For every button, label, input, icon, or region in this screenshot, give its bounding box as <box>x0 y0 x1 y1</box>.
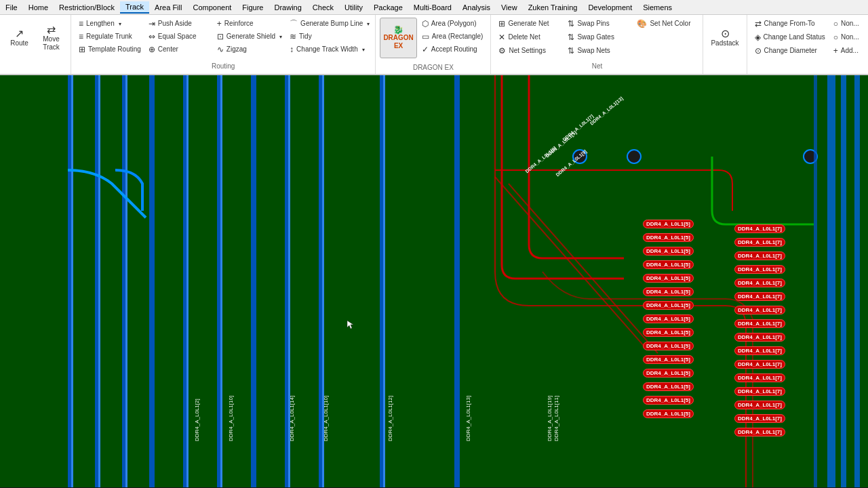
padstack-button[interactable]: ⊙ Padstack <box>707 18 742 58</box>
change-diameter-button[interactable]: ⊙ Change Diameter <box>751 45 821 57</box>
change-group: ⇄ Change From-To ◈ Change Land Status ⊙ … <box>747 15 868 74</box>
dragon-ex-label: DRAGONEX <box>383 34 413 50</box>
change-from-to-icon: ⇄ <box>755 20 762 28</box>
svg-text:DDR4_A_L0L1[10]: DDR4_A_L0L1[10] <box>323 396 329 441</box>
regulate-trunk-label: Regulate Trunk <box>86 33 132 41</box>
svg-rect-36 <box>814 75 817 487</box>
area-polygon-icon: ⬡ <box>422 20 429 28</box>
add-icon: + <box>833 47 838 55</box>
net-settings-label: Net Settings <box>509 47 545 55</box>
regulate-trunk-button[interactable]: ≡ Regulate Trunk <box>75 30 143 43</box>
delete-net-button[interactable]: ✕ Delete Net <box>495 31 563 43</box>
menu-home[interactable]: Home <box>23 2 54 13</box>
non-button-2[interactable]: ○ Non... <box>830 31 868 43</box>
comp-r-7-5: DDR4_A_L0L1[7] <box>734 279 785 287</box>
comp-r-5-12: DDR4_A_L0L1[5] <box>643 369 694 378</box>
push-aside-icon: ⇥ <box>149 20 155 28</box>
swap-nets-button[interactable]: ⇅ Swap Nets <box>564 45 632 57</box>
dragon-ex-button[interactable]: 🐉 DRAGONEX <box>380 18 416 58</box>
menu-restriction-block[interactable]: Restriction/Block <box>54 2 120 13</box>
comp-r-7-12: DDR4_A_L0L1[7] <box>734 373 785 382</box>
lengthen-button[interactable]: ≡ Lengthen ▾ <box>75 18 143 30</box>
accept-routing-label: Accept Routing <box>431 45 477 54</box>
generate-net-button[interactable]: ⊞ Generate Net <box>495 18 563 30</box>
net-group-label: Net <box>592 61 603 71</box>
comp-r-7-6: DDR4_A_L0L1[7] <box>734 292 785 301</box>
comp-r-7-7: DDR4_A_L0L1[7] <box>734 306 785 314</box>
route-button[interactable]: ↗ Route <box>4 18 35 58</box>
comp-r-5-7: DDR4_A_L0L1[5] <box>643 301 694 310</box>
change-track-width-dropdown: ▾ <box>362 47 365 53</box>
menu-development[interactable]: Development <box>583 2 637 13</box>
area-rectangle-button[interactable]: ▭ Area (Rectangle) <box>418 30 487 43</box>
menu-zuken-training[interactable]: Zuken Training <box>523 2 583 13</box>
dragon-ex-small-buttons: ⬡ Area (Polygon) ▭ Area (Rectangle) ✓ Ac… <box>418 18 487 56</box>
move-track-label: MoveTrack <box>43 35 60 52</box>
routing-group: ≡ Lengthen ▾ ≡ Regulate Trunk ⊞ Template… <box>71 15 376 74</box>
svg-rect-6 <box>125 75 127 487</box>
menu-package[interactable]: Package <box>368 2 408 13</box>
lengthen-label: Lengthen <box>86 20 115 28</box>
tidy-button[interactable]: ≋ Tidy <box>286 30 354 43</box>
zigzag-button[interactable]: ∿ Zigzag <box>214 43 281 56</box>
area-rectangle-icon: ▭ <box>422 33 429 41</box>
menu-analysis[interactable]: Analysis <box>457 2 496 13</box>
set-net-color-button[interactable]: 🎨 Set Net Color <box>633 18 701 30</box>
generate-bump-line-button[interactable]: ⌒ Generate Bump Line ▾ <box>286 18 373 30</box>
svg-rect-19 <box>454 75 460 487</box>
area-polygon-label: Area (Polygon) <box>431 20 477 28</box>
svg-rect-12 <box>251 75 256 487</box>
svg-text:DDR4_A_L0L1[13]: DDR4_A_L0L1[13] <box>465 396 471 441</box>
menu-multi-board[interactable]: Multi-Board <box>408 2 457 13</box>
svg-text:DDR4_A_L0L1[11]: DDR4_A_L0L1[11] <box>553 396 559 441</box>
menu-utility[interactable]: Utility <box>339 2 368 13</box>
non-button-1[interactable]: ○ Non... <box>830 18 868 30</box>
net-settings-button[interactable]: ⚙ Net Settings <box>495 45 563 57</box>
change-track-width-button[interactable]: ↕ Change Track Width ▾ <box>286 43 368 56</box>
route-icon: ↗ <box>15 28 24 39</box>
comp-r-5-2: DDR4_A_L0L1[5] <box>643 233 694 242</box>
menu-view[interactable]: View <box>496 2 523 13</box>
change-from-to-label: Change From-To <box>764 20 815 28</box>
change-land-status-button[interactable]: ◈ Change Land Status <box>751 31 829 43</box>
generate-net-label: Generate Net <box>508 20 549 28</box>
svg-rect-18 <box>383 75 385 487</box>
non-label-1: Non... <box>841 20 859 28</box>
comp-r-7-14: DDR4_A_L0L1[7] <box>734 401 785 409</box>
template-routing-button[interactable]: ⊞ Template Routing <box>75 43 144 56</box>
center-button[interactable]: ⊕ Center <box>145 43 213 56</box>
zigzag-icon: ∿ <box>217 45 224 54</box>
reinforce-button[interactable]: + Reinforce <box>214 18 281 30</box>
equal-space-button[interactable]: ⇔ Equal Space <box>145 30 213 43</box>
pcb-canvas[interactable]: DDR4_A_L0L1[2] DDR4_A_L0L1[10] DDR4_A_L0… <box>0 75 868 487</box>
menu-siemens[interactable]: Siemens <box>637 2 677 13</box>
menu-check[interactable]: Check <box>307 2 339 13</box>
menu-component[interactable]: Component <box>187 2 237 13</box>
change-from-to-button[interactable]: ⇄ Change From-To <box>751 18 819 30</box>
change-land-status-label: Change Land Status <box>764 33 825 41</box>
menu-drawing[interactable]: Drawing <box>269 2 307 13</box>
equal-space-label: Equal Space <box>158 33 197 41</box>
comp-r-5-14: DDR4_A_L0L1[5] <box>643 396 694 405</box>
menu-area-fill[interactable]: Area Fill <box>149 2 187 13</box>
menu-figure[interactable]: Figure <box>237 2 269 13</box>
accept-routing-button[interactable]: ✓ Accept Routing <box>418 43 487 56</box>
menu-track[interactable]: Track <box>120 1 149 14</box>
menu-file[interactable]: File <box>0 2 23 13</box>
area-polygon-button[interactable]: ⬡ Area (Polygon) <box>418 18 487 30</box>
routing-group-label: Routing <box>212 61 235 71</box>
swap-pins-button[interactable]: ⇅ Swap Pins <box>564 18 632 30</box>
accept-routing-icon: ✓ <box>422 45 429 54</box>
move-track-button[interactable]: ⇄ MoveTrack <box>36 18 66 58</box>
comp-r-5-13: DDR4_A_L0L1[5] <box>643 382 694 391</box>
swap-gates-button[interactable]: ⇅ Swap Gates <box>564 31 632 43</box>
add-button[interactable]: + Add... <box>830 45 868 57</box>
delete-net-icon: ✕ <box>498 33 505 41</box>
non-label-2: Non... <box>841 33 859 41</box>
push-aside-button[interactable]: ⇥ Push Aside <box>145 18 213 30</box>
routing-group-content: ≡ Lengthen ▾ ≡ Regulate Trunk ⊞ Template… <box>74 16 372 61</box>
generate-shield-button[interactable]: ⊡ Generate Shield ▾ <box>214 30 285 43</box>
template-routing-label: Template Routing <box>88 45 141 54</box>
svg-text:DDR4_A_L0L1[19]: DDR4_A_L0L1[19] <box>547 396 553 441</box>
swap-pins-icon: ⇅ <box>568 20 574 28</box>
